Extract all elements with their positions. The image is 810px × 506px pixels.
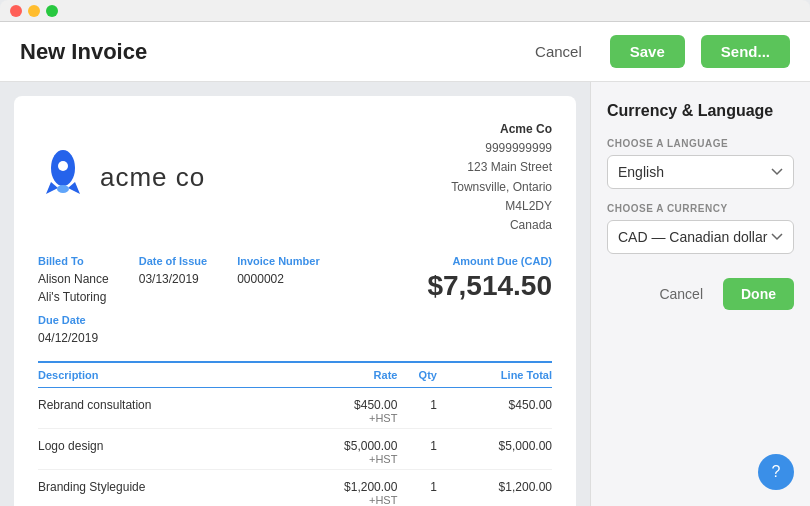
currency-label: CHOOSE A CURRENCY — [607, 203, 794, 214]
cancel-button[interactable]: Cancel — [523, 35, 594, 68]
svg-point-2 — [57, 185, 69, 193]
svg-point-1 — [58, 161, 68, 171]
top-bar: New Invoice Cancel Save Send... — [0, 22, 810, 82]
header-right: Acme Co 9999999999 123 Main Street Towns… — [451, 120, 552, 235]
rocket-icon — [38, 146, 88, 210]
table-row: Branding Styleguide $1,200.00+HST 1 $1,2… — [38, 470, 552, 506]
invoice-number-value: 0000002 — [237, 270, 320, 288]
invoice-header: acme co Acme Co 9999999999 123 Main Stre… — [38, 120, 552, 235]
table-row: Logo design $5,000.00+HST 1 $5,000.00 — [38, 429, 552, 470]
save-button[interactable]: Save — [610, 35, 685, 68]
header-address-line1: 123 Main Street — [451, 158, 552, 177]
date-of-issue-value: 03/13/2019 — [139, 270, 207, 288]
cell-qty: 1 — [397, 470, 437, 506]
language-select[interactable]: EnglishFrenchSpanish — [607, 155, 794, 189]
cell-line-total: $450.00 — [437, 388, 552, 429]
header-address-line2: Townsville, Ontario — [451, 178, 552, 197]
send-button[interactable]: Send... — [701, 35, 790, 68]
cell-description: Rebrand consultation — [38, 388, 282, 429]
header-address-line4: Canada — [451, 216, 552, 235]
table-row: Rebrand consultation $450.00+HST 1 $450.… — [38, 388, 552, 429]
date-of-issue-field: Date of Issue 03/13/2019 — [139, 255, 207, 306]
billed-to-field: Billed To Alison Nance Ali's Tutoring — [38, 255, 109, 306]
traffic-light-red[interactable] — [10, 5, 22, 17]
cell-line-total: $1,200.00 — [437, 470, 552, 506]
traffic-light-green[interactable] — [46, 5, 58, 17]
invoice-number-field: Invoice Number 0000002 — [237, 255, 320, 306]
panel-buttons: Cancel Done — [607, 278, 794, 310]
col-line-total: Line Total — [437, 362, 552, 388]
header-address-line3: M4L2DY — [451, 197, 552, 216]
col-qty: Qty — [397, 362, 437, 388]
traffic-light-yellow[interactable] — [28, 5, 40, 17]
page-title: New Invoice — [20, 39, 507, 65]
amount-due-label: Amount Due (CAD) — [427, 255, 552, 267]
invoice-number-label: Invoice Number — [237, 255, 320, 267]
due-date-label: Due Date — [38, 314, 552, 326]
cell-description: Branding Styleguide — [38, 470, 282, 506]
invoice-table: Description Rate Qty Line Total Rebrand … — [38, 361, 552, 506]
date-of-issue-label: Date of Issue — [139, 255, 207, 267]
cell-qty: 1 — [397, 429, 437, 470]
cell-line-total: $5,000.00 — [437, 429, 552, 470]
due-date-value: 04/12/2019 — [38, 329, 552, 347]
cell-rate: $5,000.00+HST — [282, 429, 397, 470]
cell-qty: 1 — [397, 388, 437, 429]
panel-cancel-button[interactable]: Cancel — [649, 278, 713, 310]
billed-to-label: Billed To — [38, 255, 109, 267]
due-date-field: Due Date 04/12/2019 — [38, 314, 552, 347]
col-rate: Rate — [282, 362, 397, 388]
window-chrome — [0, 0, 810, 22]
panel-done-button[interactable]: Done — [723, 278, 794, 310]
logo-area: acme co — [38, 120, 205, 235]
table-header-row: Description Rate Qty Line Total — [38, 362, 552, 388]
header-company-name: Acme Co — [451, 120, 552, 139]
col-description: Description — [38, 362, 282, 388]
billing-info-row: Billed To Alison Nance Ali's Tutoring Da… — [38, 255, 552, 306]
billed-to-name: Alison Nance — [38, 270, 109, 288]
header-phone: 9999999999 — [451, 139, 552, 158]
amount-due-value: $7,514.50 — [427, 270, 552, 302]
side-panel: Currency & Language CHOOSE A LANGUAGE En… — [590, 82, 810, 506]
invoice-area: acme co Acme Co 9999999999 123 Main Stre… — [0, 82, 590, 506]
invoice-card: acme co Acme Co 9999999999 123 Main Stre… — [14, 96, 576, 506]
main-layout: acme co Acme Co 9999999999 123 Main Stre… — [0, 82, 810, 506]
language-label: CHOOSE A LANGUAGE — [607, 138, 794, 149]
cell-description: Logo design — [38, 429, 282, 470]
amount-due-block: Amount Due (CAD) $7,514.50 — [427, 255, 552, 306]
currency-select[interactable]: CAD — Canadian dollarUSD — US dollarEUR … — [607, 220, 794, 254]
help-icon: ? — [772, 463, 781, 481]
billed-to-company: Ali's Tutoring — [38, 288, 109, 306]
help-button[interactable]: ? — [758, 454, 794, 490]
company-name: acme co — [100, 162, 205, 193]
panel-title: Currency & Language — [607, 102, 794, 120]
cell-rate: $450.00+HST — [282, 388, 397, 429]
due-date-row: Due Date 04/12/2019 — [38, 314, 552, 347]
cell-rate: $1,200.00+HST — [282, 470, 397, 506]
